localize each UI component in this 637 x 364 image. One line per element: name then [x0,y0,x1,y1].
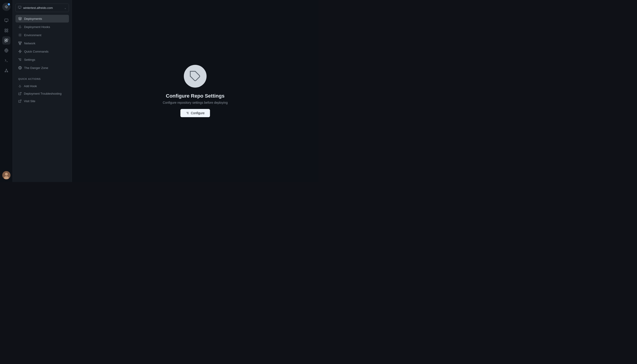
svg-point-51 [19,67,21,69]
svg-line-57 [20,100,21,102]
svg-rect-35 [18,42,20,42]
svg-rect-31 [18,6,21,8]
svg-point-0 [6,6,7,8]
nav-item-deployments[interactable]: Deployments [16,15,69,22]
icon-rail [0,0,13,182]
nav-item-danger-zone[interactable]: The Danger Zone [16,64,69,72]
svg-rect-13 [6,31,8,32]
nav-item-network[interactable]: Network [16,39,69,47]
rail-globe-icon[interactable] [2,46,10,54]
svg-point-49 [20,60,20,60]
user-avatar[interactable] [2,171,10,179]
svg-rect-36 [20,42,22,42]
repo-icon-circle [184,65,206,88]
svg-line-26 [6,70,8,72]
configure-button[interactable]: Configure [180,109,210,117]
svg-point-34 [20,34,20,36]
nav-item-environment[interactable]: Environment [16,31,69,39]
svg-rect-11 [6,29,8,30]
svg-rect-10 [5,29,6,30]
svg-rect-37 [19,44,20,45]
svg-rect-7 [4,19,8,22]
quick-action-deployment-troubleshooting[interactable]: Deployment Troubleshooting [16,90,68,97]
svg-line-56 [20,92,21,94]
site-icon [18,6,22,10]
svg-line-25 [5,70,6,72]
svg-line-4 [7,8,8,8]
site-chevron-icon: ⌄ [64,6,66,10]
app-logo[interactable] [2,3,10,11]
main-content: Configure Repo Settings Configure reposi… [72,0,318,182]
empty-state: Configure Repo Settings Configure reposi… [163,65,228,117]
site-name: wintertest.alfreido.com [23,6,62,10]
quick-actions-label: QUICK ACTIONS [16,78,68,80]
quick-action-add-hook[interactable]: Add Hook [16,82,68,90]
nav-item-quick-commands[interactable]: Quick Commands [16,48,69,55]
rail-terminal-icon[interactable] [2,56,10,64]
svg-point-29 [5,173,8,176]
svg-point-46 [19,58,19,59]
empty-state-subtitle: Configure repository settings before dep… [163,101,228,104]
quick-action-visit-site[interactable]: Visit Site [16,98,68,105]
empty-state-title: Configure Repo Settings [166,93,224,99]
rail-monitor-icon[interactable] [2,16,10,24]
svg-point-22 [6,69,6,70]
svg-line-3 [5,6,5,6]
svg-rect-16 [5,41,6,42]
sidebar: wintertest.alfreido.com ⌄ Deployments De… [13,0,72,182]
site-selector[interactable]: wintertest.alfreido.com ⌄ [16,4,69,12]
quick-actions-section: QUICK ACTIONS Add Hook Deployment Troubl… [16,78,69,105]
svg-marker-42 [19,50,22,53]
nav-item-settings[interactable]: Settings [16,56,69,64]
rail-grid-icon[interactable] [2,36,10,44]
rail-layers-icon[interactable] [2,26,10,34]
svg-rect-15 [6,39,8,40]
svg-rect-12 [5,31,6,32]
svg-rect-14 [5,39,6,40]
rail-network-icon[interactable] [2,66,10,74]
nav-item-deployment-hooks[interactable]: Deployment Hooks [16,23,69,31]
